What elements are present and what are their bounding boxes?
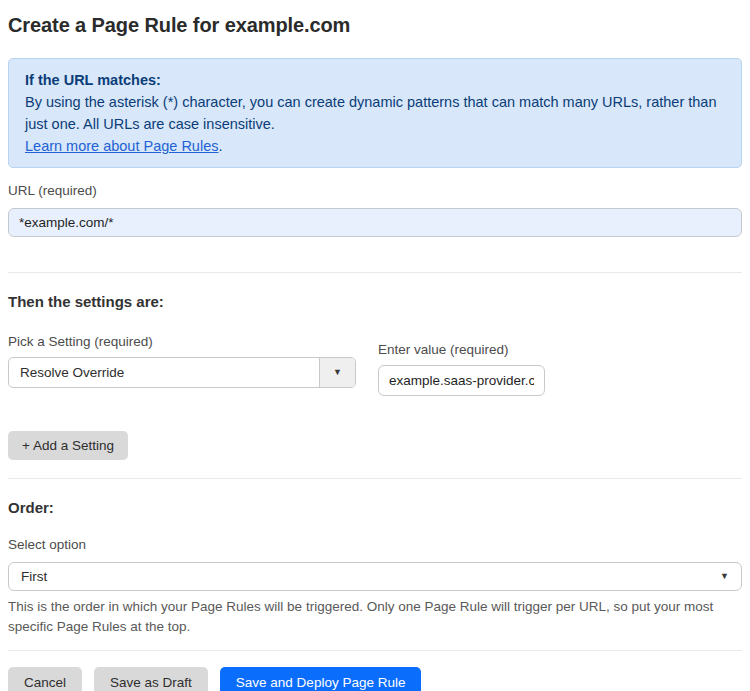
info-box-link-line: Learn more about Page Rules. bbox=[25, 135, 725, 157]
settings-row: Pick a Setting (required) Resolve Overri… bbox=[8, 334, 742, 396]
chevron-down-icon: ▼ bbox=[720, 572, 729, 581]
order-select-label: Select option bbox=[8, 537, 742, 552]
setting-select[interactable]: Resolve Override ▼ bbox=[8, 357, 356, 388]
page-title: Create a Page Rule for example.com bbox=[8, 14, 742, 37]
setting-value-input[interactable] bbox=[378, 365, 545, 396]
value-field-label: Enter value (required) bbox=[378, 342, 545, 357]
order-select-value: First bbox=[21, 569, 720, 584]
setting-select-value: Resolve Override bbox=[9, 365, 319, 380]
add-setting-button[interactable]: + Add a Setting bbox=[8, 431, 128, 460]
setting-select-arrow-button[interactable]: ▼ bbox=[319, 358, 355, 387]
section-divider bbox=[8, 272, 742, 273]
order-help-text: This is the order in which your Page Rul… bbox=[8, 597, 742, 637]
order-section-heading: Order: bbox=[8, 499, 742, 516]
learn-more-link[interactable]: Learn more about Page Rules bbox=[25, 138, 218, 154]
footer-actions: Cancel Save as Draft Save and Deploy Pag… bbox=[8, 667, 742, 691]
setting-value-column: Enter value (required) bbox=[378, 342, 545, 396]
order-select[interactable]: First ▼ bbox=[8, 562, 742, 591]
url-match-info-box: If the URL matches: By using the asteris… bbox=[8, 58, 742, 168]
save-and-deploy-button[interactable]: Save and Deploy Page Rule bbox=[220, 667, 422, 691]
info-box-body: By using the asterisk (*) character, you… bbox=[25, 91, 725, 135]
info-box-heading: If the URL matches: bbox=[25, 69, 725, 91]
link-suffix-text: . bbox=[218, 138, 222, 154]
page-rule-form: Create a Page Rule for example.com If th… bbox=[0, 14, 750, 691]
url-field-label: URL (required) bbox=[8, 183, 742, 198]
cancel-button[interactable]: Cancel bbox=[8, 667, 82, 691]
settings-section-heading: Then the settings are: bbox=[8, 293, 742, 310]
save-as-draft-button[interactable]: Save as Draft bbox=[94, 667, 208, 691]
url-input[interactable] bbox=[8, 208, 742, 237]
chevron-down-icon: ▼ bbox=[333, 368, 342, 377]
footer-divider bbox=[8, 650, 742, 651]
setting-select-label: Pick a Setting (required) bbox=[8, 334, 356, 349]
section-divider bbox=[8, 478, 742, 479]
setting-select-column: Pick a Setting (required) Resolve Overri… bbox=[8, 334, 356, 388]
